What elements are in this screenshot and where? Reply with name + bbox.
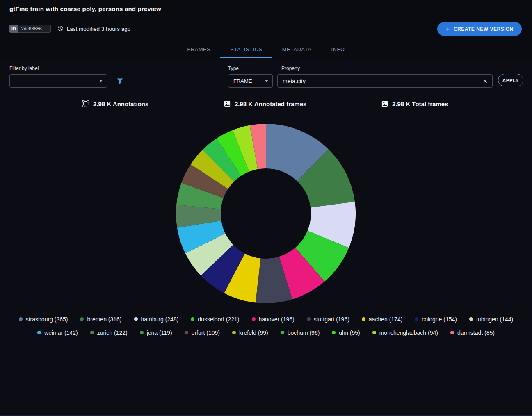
legend-dot	[307, 317, 311, 321]
legend-dot	[37, 331, 41, 334]
legend-label: cologne (154)	[422, 316, 457, 323]
legend-dot	[252, 317, 256, 321]
legend-item-stuttgart[interactable]: stuttgart (196)	[307, 316, 349, 323]
legend-dot	[80, 317, 84, 321]
legend-item-weimar[interactable]: weimar (142)	[37, 330, 78, 336]
page-title: gtFine train with coarse poly, persons a…	[9, 5, 161, 12]
legend-item-hanover[interactable]: hanover (196)	[252, 316, 295, 323]
legend-item-monchengladbach[interactable]: monchengladbach (94)	[372, 330, 438, 336]
property-input[interactable]	[277, 74, 493, 88]
legend-label: ulm (95)	[339, 330, 360, 336]
legend-dot	[450, 331, 454, 334]
plus-icon: +	[445, 25, 450, 32]
legend-dot	[232, 331, 236, 334]
tab-metadata[interactable]: METADATA	[272, 42, 322, 58]
tab-frames[interactable]: FRAMES	[177, 42, 220, 58]
legend-dot	[185, 331, 188, 334]
label-filter-select[interactable]	[9, 74, 107, 88]
legend-label: jena (119)	[147, 330, 172, 336]
id-label: ID	[9, 25, 18, 33]
legend-label: aachen (174)	[369, 316, 403, 323]
property-label: Property	[281, 66, 493, 71]
legend-row: weimar (142)zurich (122)jena (119)erfurt…	[0, 328, 532, 337]
meta-row: ID 2dc63886 ... Last modified 3 hours ag…	[9, 25, 130, 33]
legend-label: hanover (196)	[259, 316, 295, 323]
create-new-version-label: CREATE NEW VERSION	[454, 26, 514, 32]
legend-item-strasbourg[interactable]: strasbourg (365)	[19, 316, 68, 323]
stat-annotations-label: 2.98 K Annotations	[93, 100, 148, 107]
legend-item-aachen[interactable]: aachen (174)	[362, 316, 403, 323]
legend-item-darmstadt[interactable]: darmstadt (85)	[450, 330, 495, 336]
legend-item-ulm[interactable]: ulm (95)	[332, 330, 360, 336]
stat-total-frames: 2.98 K Total frames	[381, 100, 448, 107]
legend-dot	[415, 317, 418, 321]
legend-label: monchengladbach (94)	[379, 330, 438, 336]
last-modified: Last modified 3 hours ago	[57, 25, 130, 32]
legend-label: weimar (142)	[44, 330, 78, 336]
legend-label: bremen (316)	[87, 316, 121, 323]
dataset-id-badge[interactable]: ID 2dc63886 ...	[9, 25, 51, 33]
legend-label: zurich (122)	[97, 330, 128, 336]
legend-label: stuttgart (196)	[314, 316, 349, 323]
annotations-icon	[82, 100, 89, 107]
legend-dot	[332, 331, 336, 334]
property-filter-group: Property ✕	[277, 66, 493, 88]
image-icon	[224, 100, 231, 107]
legend-label: krefeld (99)	[239, 330, 268, 336]
stat-total-frames-label: 2.98 K Total frames	[392, 100, 448, 107]
legend-dot	[281, 331, 284, 334]
property-box: ✕	[277, 74, 493, 88]
header: gtFine train with coarse poly, persons a…	[0, 0, 532, 58]
chevron-down-icon	[265, 80, 268, 82]
filter-icon	[116, 77, 124, 85]
legend-item-dusseldorf[interactable]: dusseldorf (221)	[191, 316, 239, 323]
legend-item-erfurt[interactable]: erfurt (109)	[185, 330, 220, 336]
type-label: Type	[228, 66, 273, 71]
apply-button[interactable]: APPLY	[498, 74, 523, 86]
history-icon	[57, 25, 64, 32]
create-new-version-button[interactable]: + CREATE NEW VERSION	[437, 22, 522, 36]
stat-annotations: 2.98 K Annotations	[82, 100, 148, 107]
legend-item-zurich[interactable]: zurich (122)	[90, 330, 128, 336]
legend-dot	[191, 317, 194, 321]
legend-label: strasbourg (365)	[26, 316, 68, 323]
clear-icon[interactable]: ✕	[480, 76, 490, 86]
label-filter-label: Filter by label	[9, 66, 107, 71]
legend-label: dusseldorf (221)	[198, 316, 239, 323]
chart-legend: strasbourg (365)bremen (316)hamburg (248…	[0, 315, 532, 342]
image-icon	[381, 100, 388, 107]
legend-dot	[469, 317, 473, 321]
legend-label: darmstadt (85)	[457, 330, 495, 336]
legend-item-cologne[interactable]: cologne (154)	[415, 316, 457, 323]
legend-item-krefeld[interactable]: krefeld (99)	[232, 330, 268, 336]
dataset-statistics-page: gtFine train with coarse poly, persons a…	[0, 0, 532, 416]
tab-info[interactable]: INFO	[321, 42, 354, 58]
legend-dot	[90, 331, 94, 334]
legend-item-bochum[interactable]: bochum (96)	[281, 330, 320, 336]
legend-item-jena[interactable]: jena (119)	[140, 330, 172, 336]
label-filter-group: Filter by label	[9, 66, 107, 88]
legend-label: tubingen (144)	[476, 316, 513, 323]
type-filter-group: Type FRAME	[228, 66, 273, 88]
legend-label: erfurt (109)	[192, 330, 220, 336]
tab-bar: FRAMES STATISTICS METADATA INFO	[177, 42, 354, 58]
donut-chart	[176, 123, 356, 304]
legend-dot	[134, 317, 138, 321]
filter-funnel-button[interactable]	[114, 75, 125, 86]
legend-label: bochum (96)	[288, 330, 320, 336]
legend-item-tubingen[interactable]: tubingen (144)	[469, 316, 513, 323]
legend-row: strasbourg (365)bremen (316)hamburg (248…	[0, 315, 532, 323]
tab-statistics[interactable]: STATISTICS	[220, 42, 272, 58]
stat-annotated-frames-label: 2.98 K Annotated frames	[235, 100, 306, 107]
legend-dot	[372, 331, 376, 334]
stat-annotated-frames: 2.98 K Annotated frames	[224, 100, 306, 107]
legend-dot	[140, 331, 144, 334]
legend-label: hamburg (248)	[141, 316, 179, 323]
legend-dot	[19, 317, 23, 321]
legend-item-bremen[interactable]: bremen (316)	[80, 316, 121, 323]
legend-item-hamburg[interactable]: hamburg (248)	[134, 316, 179, 323]
type-value: FRAME	[233, 78, 252, 84]
last-modified-text: Last modified 3 hours ago	[67, 26, 130, 32]
chevron-down-icon	[99, 80, 103, 82]
type-select[interactable]: FRAME	[228, 74, 273, 88]
